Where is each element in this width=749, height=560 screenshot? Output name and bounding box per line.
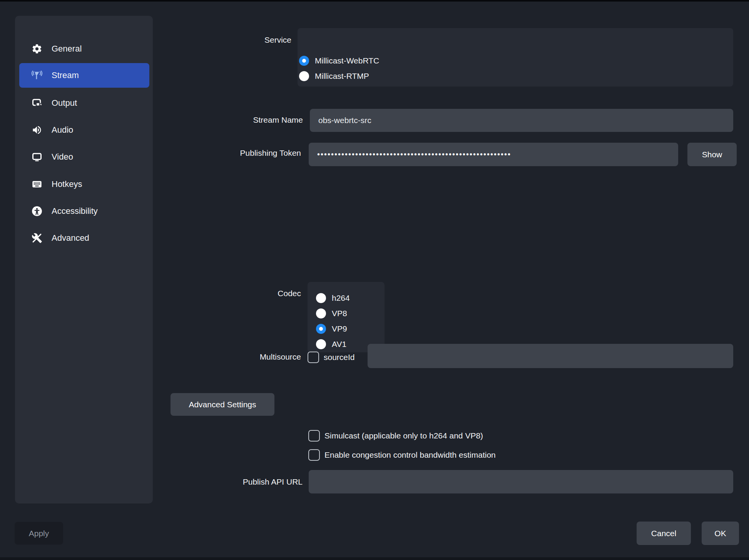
sidebar-item-label: General (52, 44, 82, 54)
show-token-button[interactable]: Show (687, 143, 737, 166)
sourceid-checkbox-label: sourceId (324, 353, 355, 362)
sidebar-item-accessibility[interactable]: Accessibility (19, 199, 149, 223)
output-camera-icon (32, 98, 42, 108)
congestion-control-checkbox-label: Enable congestion control bandwidth esti… (324, 450, 496, 460)
monitor-icon (32, 152, 42, 162)
gear-icon (32, 43, 42, 54)
window-bottom-edge (0, 557, 749, 560)
sidebar-item-advanced[interactable]: Advanced (19, 226, 149, 250)
congestion-control-checkbox[interactable] (308, 449, 320, 461)
codec-option-av1[interactable]: AV1 (316, 339, 346, 349)
accessibility-icon (32, 206, 42, 217)
window-top-edge (0, 0, 749, 2)
sidebar-item-label: Accessibility (52, 206, 98, 216)
codec-option-label: VP8 (332, 309, 347, 318)
stream-name-input[interactable] (310, 109, 733, 132)
simulcast-checkbox[interactable] (308, 430, 320, 442)
advanced-settings-button[interactable]: Advanced Settings (171, 393, 274, 416)
apply-button[interactable]: Apply (15, 522, 63, 545)
publish-api-url-label: Publish API URL (179, 477, 303, 487)
sidebar-item-general[interactable]: General (19, 37, 149, 61)
sidebar-item-label: Hotkeys (52, 179, 82, 189)
radio-selected-icon[interactable] (299, 56, 309, 66)
sidebar-item-label: Stream (52, 70, 79, 80)
service-option-rtmp[interactable]: Millicast-RTMP (299, 71, 369, 81)
stream-name-label: Stream Name (180, 115, 303, 125)
speaker-icon (32, 125, 42, 135)
publishing-token-label: Publishing Token (178, 148, 301, 158)
simulcast-checkbox-label: Simulcast (applicable only to h264 and V… (324, 431, 483, 440)
radio-unselected-icon[interactable] (316, 293, 326, 303)
radio-selected-icon[interactable] (316, 324, 326, 334)
sidebar-item-label: Output (52, 98, 77, 108)
codec-option-label: VP9 (332, 324, 347, 333)
codec-option-label: AV1 (332, 340, 346, 349)
sidebar-item-label: Video (52, 152, 73, 162)
ok-button[interactable]: OK (702, 522, 739, 545)
sidebar-item-audio[interactable]: Audio (19, 118, 149, 142)
publish-api-url-input[interactable] (309, 470, 733, 493)
publishing-token-input[interactable] (309, 143, 678, 166)
radio-unselected-icon[interactable] (299, 71, 309, 81)
codec-option-vp9[interactable]: VP9 (316, 324, 347, 334)
sidebar-item-stream[interactable]: Stream (19, 63, 149, 88)
radio-unselected-icon[interactable] (316, 308, 326, 318)
tools-icon (32, 233, 42, 243)
codec-option-vp8[interactable]: VP8 (316, 308, 347, 318)
codec-option-h264[interactable]: h264 (316, 293, 350, 303)
codec-option-label: h264 (332, 293, 350, 303)
cancel-button[interactable]: Cancel (637, 522, 691, 545)
service-option-label: Millicast-RTMP (315, 72, 369, 81)
sidebar-item-output[interactable]: Output (19, 91, 149, 115)
keyboard-icon (32, 179, 42, 190)
sourceid-checkbox[interactable] (308, 352, 319, 363)
sidebar-item-hotkeys[interactable]: Hotkeys (19, 172, 149, 197)
antenna-icon (32, 70, 42, 81)
sourceid-input[interactable] (368, 344, 733, 368)
radio-unselected-icon[interactable] (316, 339, 326, 349)
codec-label: Codec (178, 289, 301, 298)
sidebar-item-video[interactable]: Video (19, 145, 149, 169)
sidebar-item-label: Audio (52, 125, 73, 135)
sidebar-item-label: Advanced (52, 233, 89, 243)
service-option-label: Millicast-WebRTC (315, 56, 379, 65)
settings-sidebar: General Stream (15, 16, 153, 503)
multisource-label: Multisource (178, 352, 301, 362)
settings-window: General Stream (0, 0, 749, 560)
service-option-webrtc[interactable]: Millicast-WebRTC (299, 56, 379, 66)
service-label: Service (168, 35, 291, 45)
